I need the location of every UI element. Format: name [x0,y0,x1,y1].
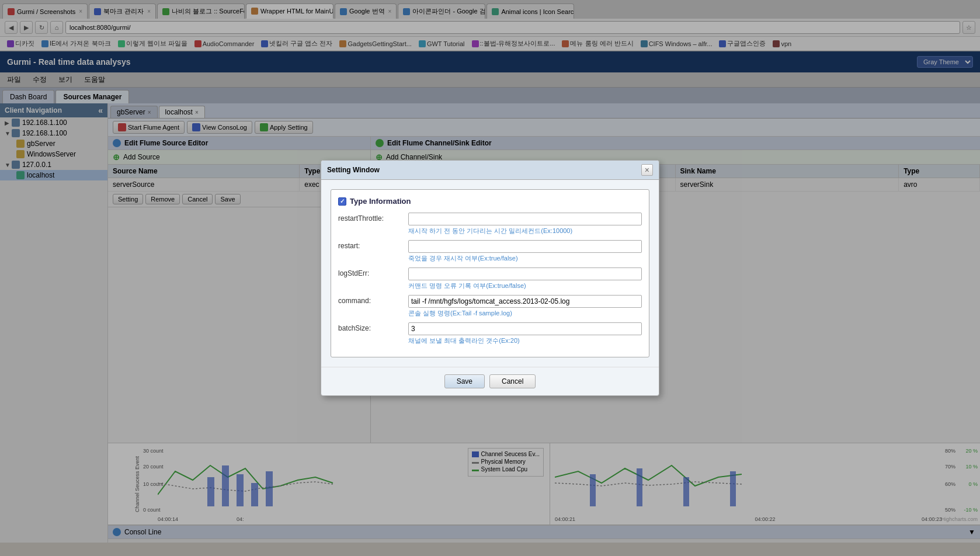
modal-titlebar: Setting Window × [321,161,659,180]
logstderr-hint: 커맨드 명령 오류 기록 여부(Ex:true/false) [408,282,642,290]
type-info-section: ✓ Type Information restartThrottle: 재시작 … [331,189,649,357]
batchsize-label: batchSize: [338,322,408,332]
command-right: 콘솔 실행 명령(Ex:Tail -f sample.log) [408,295,642,318]
restart-throttle-label: restartThrottle: [338,213,408,223]
setting-window-modal: Setting Window × ✓ Type Information rest… [321,160,659,396]
modal-overlay: Setting Window × ✓ Type Information rest… [0,0,980,543]
restart-input[interactable] [408,240,642,253]
restart-hint: 죽었을 경우 재시작 여부(Ex:true/false) [408,254,642,263]
logstderr-label: logStdErr: [338,267,408,277]
batchsize-hint: 채널에 보낼 최대 출력라인 갯수(Ex:20) [408,336,642,345]
form-row-logstderr: logStdErr: 커맨드 명령 오류 기록 여부(Ex:true/false… [338,267,642,290]
logstderr-right: 커맨드 명령 오류 기록 여부(Ex:true/false) [408,267,642,290]
modal-footer: Save Cancel [321,367,659,395]
type-info-title: Type Information [350,197,411,206]
modal-title: Setting Window [327,166,380,174]
command-input[interactable] [408,295,642,308]
restart-throttle-hint: 재시작 하기 전 동안 기다리는 시간 밀리세컨드(Ex:10000) [408,227,642,235]
form-row-restart-throttle: restartThrottle: 재시작 하기 전 동안 기다리는 시간 밀리세… [338,213,642,235]
restart-throttle-right: 재시작 하기 전 동안 기다리는 시간 밀리세컨드(Ex:10000) [408,213,642,235]
restart-label: restart: [338,240,408,250]
logstderr-input[interactable] [408,267,642,280]
batchsize-input[interactable] [408,322,642,335]
modal-save-button[interactable]: Save [444,374,485,388]
form-row-restart: restart: 죽었을 경우 재시작 여부(Ex:true/false) [338,240,642,263]
batchsize-right: 채널에 보낼 최대 출력라인 갯수(Ex:20) [408,322,642,345]
restart-right: 죽었을 경우 재시작 여부(Ex:true/false) [408,240,642,263]
modal-cancel-button[interactable]: Cancel [489,374,536,388]
form-row-batchsize: batchSize: 채널에 보낼 최대 출력라인 갯수(Ex:20) [338,322,642,345]
type-info-checkbox[interactable]: ✓ [338,197,346,206]
modal-close-button[interactable]: × [641,164,653,176]
form-row-command: command: 콘솔 실행 명령(Ex:Tail -f sample.log) [338,295,642,318]
command-hint: 콘솔 실행 명령(Ex:Tail -f sample.log) [408,309,642,318]
restart-throttle-input[interactable] [408,213,642,225]
command-label: command: [338,295,408,305]
modal-body: ✓ Type Information restartThrottle: 재시작 … [321,180,659,367]
type-info-header: ✓ Type Information [338,197,642,206]
